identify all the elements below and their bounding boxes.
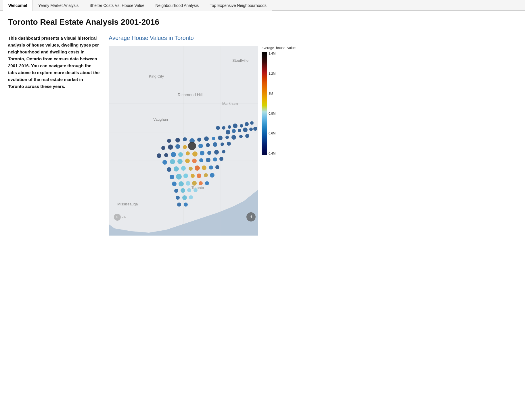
svg-point-82 [197, 174, 201, 178]
svg-point-16 [216, 126, 220, 130]
svg-text:Richmond Hill: Richmond Hill [178, 93, 202, 97]
svg-point-50 [227, 142, 231, 146]
svg-point-57 [200, 151, 204, 155]
svg-point-45 [188, 142, 196, 150]
svg-point-75 [202, 165, 206, 170]
svg-point-37 [225, 136, 229, 139]
svg-point-40 [245, 134, 249, 138]
svg-point-65 [192, 159, 197, 163]
legend-label-0-4m: 0.4M [269, 152, 275, 155]
legend-bar-wrapper: 1.4M 1.2M 1M 0.8M 0.6M 0.4M [262, 52, 275, 155]
legend-labels: 1.4M 1.2M 1M 0.8M 0.6M 0.4M [269, 52, 275, 155]
legend-title: average_house_value [262, 46, 296, 50]
svg-point-68 [213, 157, 217, 161]
page-title: Toronto Real Estate Analysis 2001-2016 [8, 18, 517, 27]
legend-label-1-4m: 1.4M [269, 52, 275, 55]
svg-point-88 [192, 181, 197, 186]
svg-point-17 [222, 126, 225, 130]
svg-point-24 [232, 129, 236, 133]
svg-point-78 [170, 175, 174, 179]
svg-point-30 [175, 138, 180, 142]
chart-title: Average House Values in Toronto [109, 35, 517, 41]
svg-text:Markham: Markham [222, 101, 238, 106]
map-area[interactable]: Stouffville King City Richmond Hill Mark… [109, 46, 258, 236]
tab-neighbourhood[interactable]: Neighbourhood Analysis [150, 0, 204, 11]
svg-point-54 [178, 152, 183, 157]
svg-point-29 [167, 139, 171, 143]
svg-point-95 [176, 196, 180, 200]
svg-point-18 [228, 125, 231, 129]
svg-point-41 [161, 146, 165, 150]
svg-point-51 [157, 153, 161, 158]
svg-point-63 [177, 159, 183, 164]
svg-text:Toronto: Toronto [191, 186, 204, 190]
legend-label-0-8m: 0.8M [269, 112, 275, 115]
svg-point-69 [219, 157, 223, 161]
svg-text:King City: King City [149, 74, 164, 78]
svg-point-47 [206, 143, 210, 147]
svg-text:©: © [116, 216, 118, 219]
svg-point-26 [243, 128, 248, 132]
svg-point-33 [197, 138, 201, 142]
chart-container: Stouffville King City Richmond Hill Mark… [109, 46, 517, 236]
svg-point-49 [221, 142, 224, 146]
svg-point-99 [184, 203, 188, 207]
description-text: This dashboard presents a visual histori… [8, 35, 100, 90]
legend-label-0-6m: 0.6M [269, 132, 275, 135]
svg-point-43 [175, 144, 180, 149]
tab-bar: Welcome! Yearly Market Analysis Shelter … [0, 0, 525, 11]
svg-point-60 [222, 150, 225, 153]
svg-point-94 [193, 188, 198, 192]
svg-point-71 [174, 166, 179, 172]
svg-point-56 [192, 151, 198, 157]
svg-point-44 [183, 145, 187, 149]
svg-point-85 [172, 182, 177, 186]
page-content: Toronto Real Estate Analysis 2001-2016 T… [0, 11, 525, 244]
svg-point-59 [214, 150, 219, 155]
svg-point-67 [206, 158, 210, 162]
tab-welcome[interactable]: Welcome! [3, 0, 33, 11]
svg-point-48 [213, 142, 217, 147]
svg-point-58 [207, 151, 211, 155]
svg-point-46 [198, 144, 203, 148]
legend: average_house_value 1.4M 1.2M 1M 0.8M 0.… [262, 46, 296, 155]
svg-point-20 [240, 124, 243, 128]
svg-text:Vaughan: Vaughan [153, 117, 168, 122]
svg-point-98 [177, 203, 181, 207]
svg-point-21 [245, 122, 249, 126]
svg-point-39 [239, 135, 243, 138]
svg-point-86 [179, 181, 184, 186]
svg-point-66 [199, 158, 203, 162]
svg-point-53 [171, 152, 176, 157]
svg-point-76 [209, 165, 213, 169]
svg-point-62 [170, 159, 175, 164]
tab-shelter[interactable]: Shelter Costs Vs. House Value [84, 0, 150, 11]
svg-point-52 [164, 153, 168, 157]
svg-point-77 [215, 165, 219, 169]
svg-point-28 [253, 127, 257, 131]
svg-point-90 [205, 181, 209, 185]
svg-point-73 [189, 167, 193, 171]
tab-expensive[interactable]: Top Expensive Neighbourhoods [204, 0, 272, 11]
svg-text:Stouffville: Stouffville [232, 58, 248, 63]
svg-point-89 [199, 181, 203, 185]
svg-point-42 [168, 145, 173, 150]
svg-point-35 [212, 137, 215, 140]
svg-point-31 [183, 137, 187, 141]
svg-point-80 [183, 174, 188, 178]
main-layout: This dashboard presents a visual histori… [8, 35, 517, 236]
svg-point-87 [186, 181, 190, 186]
svg-point-55 [186, 151, 190, 155]
svg-point-97 [189, 195, 193, 199]
svg-point-83 [204, 173, 208, 177]
legend-color-bar [262, 52, 267, 155]
svg-point-81 [191, 174, 195, 178]
svg-text:ville: ville [122, 216, 126, 219]
legend-label-1m: 1M [269, 92, 275, 95]
svg-point-34 [204, 136, 209, 141]
svg-point-64 [185, 159, 190, 163]
svg-point-61 [162, 160, 167, 165]
chart-section: Average House Values in Toronto [109, 35, 517, 236]
tab-yearly[interactable]: Yearly Market Analysis [33, 0, 84, 11]
svg-point-25 [238, 129, 241, 132]
